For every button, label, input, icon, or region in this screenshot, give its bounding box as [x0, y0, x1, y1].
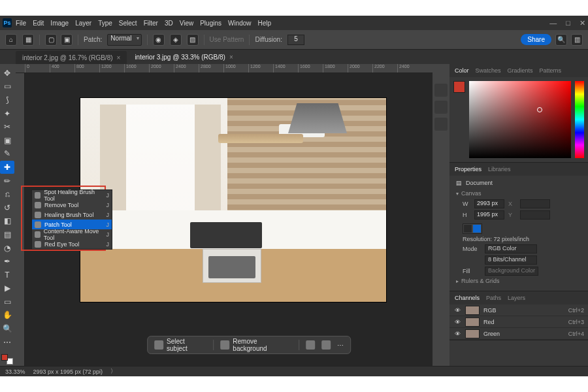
- y-label: Y: [508, 212, 516, 218]
- panel-tab-properties[interactable]: Properties: [455, 166, 482, 172]
- properties-panel: PropertiesLibraries ▤Document Canvas W 2…: [449, 163, 588, 291]
- flyout-item[interactable]: Spot Healing Brush ToolJ: [32, 190, 112, 200]
- canvas-section-header[interactable]: Canvas: [456, 190, 581, 197]
- menu-plugins[interactable]: Plugins: [200, 20, 221, 27]
- history-icon[interactable]: [434, 118, 448, 131]
- document-tab[interactable]: interior 2.jpg @ 16.7% (RGB/8)×: [16, 51, 127, 64]
- menu-select[interactable]: Select: [119, 20, 137, 27]
- transparent-icon[interactable]: ▨: [187, 34, 199, 46]
- menu-view[interactable]: View: [180, 20, 194, 27]
- crop-tool[interactable]: ✂: [0, 120, 14, 133]
- visibility-icon[interactable]: 👁: [453, 331, 461, 337]
- bit-depth-select[interactable]: 8 Bits/Channel: [485, 255, 537, 265]
- home-icon[interactable]: ⌂: [5, 34, 17, 46]
- panel-tab-paths[interactable]: Paths: [486, 295, 501, 301]
- gradient-tool[interactable]: ▤: [0, 228, 14, 241]
- move-tool[interactable]: ✥: [0, 67, 14, 80]
- panel-tab-libraries[interactable]: Libraries: [488, 166, 511, 172]
- width-field[interactable]: 2993 px: [474, 199, 504, 208]
- menu-window[interactable]: Window: [228, 20, 252, 27]
- selection-add-icon[interactable]: ▣: [61, 34, 73, 46]
- y-field[interactable]: [520, 210, 550, 220]
- destination-icon[interactable]: ◈: [170, 34, 182, 46]
- channel-row[interactable]: 👁RGBCtrl+2: [449, 304, 588, 316]
- tool-icon[interactable]: ▦: [22, 34, 34, 46]
- histogram-icon[interactable]: [434, 84, 448, 97]
- adjustments-icon[interactable]: [321, 340, 331, 350]
- source-icon[interactable]: ◉: [153, 34, 165, 46]
- close-tab-icon[interactable]: ×: [229, 54, 233, 61]
- panel-tab-patterns[interactable]: Patterns: [540, 67, 562, 74]
- menu-help[interactable]: Help: [258, 20, 272, 27]
- crop-icon[interactable]: [306, 340, 315, 350]
- foreground-background-color[interactable]: [0, 353, 14, 366]
- flyout-item[interactable]: Remove ToolJ: [32, 200, 112, 210]
- rulers-grids-header[interactable]: Rulers & Grids: [456, 278, 581, 284]
- search-icon[interactable]: 🔍: [555, 34, 567, 46]
- minimize-button[interactable]: —: [549, 19, 557, 27]
- menu-edit[interactable]: Edit: [33, 20, 44, 27]
- frame-tool[interactable]: ▣: [0, 134, 14, 147]
- channel-row[interactable]: 👁GreenCtrl+4: [449, 328, 588, 340]
- hue-slider[interactable]: [575, 81, 584, 158]
- menu-3d[interactable]: 3D: [165, 20, 173, 27]
- tool-icon: [35, 212, 41, 218]
- shape-tool[interactable]: ▭: [0, 295, 14, 308]
- height-field[interactable]: 1995 px: [474, 210, 504, 220]
- document-tab[interactable]: interior 3.jpg @ 33.3% (RGB/8)×: [128, 51, 239, 64]
- pen-tool[interactable]: ✒: [0, 255, 14, 268]
- brush-tool[interactable]: ✏: [0, 174, 14, 188]
- clone-stamp-tool[interactable]: ⎌: [0, 188, 14, 201]
- patch-mode-select[interactable]: Normal: [107, 34, 141, 46]
- eraser-tool[interactable]: ◧: [0, 215, 14, 228]
- type-tool[interactable]: T: [0, 269, 14, 282]
- color-mode-select[interactable]: RGB Color: [485, 244, 537, 253]
- dodge-tool[interactable]: ◔: [0, 242, 14, 255]
- menu-type[interactable]: Type: [98, 20, 112, 27]
- selection-tool[interactable]: ✦: [0, 107, 14, 120]
- fill-select[interactable]: Background Color: [485, 267, 538, 276]
- close-tab-icon[interactable]: ×: [117, 54, 121, 61]
- workspace-icon[interactable]: ▥: [571, 34, 583, 46]
- maximize-button[interactable]: □: [566, 19, 570, 27]
- more-icon[interactable]: ⋯: [337, 342, 344, 349]
- share-button[interactable]: Share: [521, 34, 551, 45]
- visibility-icon[interactable]: 👁: [453, 319, 461, 325]
- path-selection-tool[interactable]: ▶: [0, 282, 14, 295]
- channel-row[interactable]: 👁RedCtrl+3: [449, 316, 588, 328]
- image-icon: [221, 340, 230, 350]
- orientation-anchors[interactable]: [463, 223, 482, 234]
- selection-new-icon[interactable]: ▢: [45, 34, 57, 46]
- panel-tab-color[interactable]: Color: [455, 67, 469, 74]
- close-button[interactable]: ✕: [580, 19, 585, 27]
- flyout-item[interactable]: Red Eye ToolJ: [32, 239, 112, 249]
- panel-tab-swatches[interactable]: Swatches: [476, 67, 501, 74]
- visibility-icon[interactable]: 👁: [453, 307, 461, 314]
- flyout-item[interactable]: Healing Brush ToolJ: [32, 210, 112, 220]
- panel-tab-gradients[interactable]: Gradients: [508, 67, 533, 74]
- marquee-tool[interactable]: ▭: [0, 80, 14, 93]
- history-brush-tool[interactable]: ↺: [0, 201, 14, 214]
- select-subject-button[interactable]: Select subject: [154, 338, 206, 352]
- zoom-level[interactable]: 33.33%: [5, 368, 25, 375]
- patch-tool[interactable]: ✚: [0, 161, 14, 174]
- color-field[interactable]: [469, 81, 571, 158]
- menu-image[interactable]: Image: [50, 20, 69, 27]
- remove-background-button[interactable]: Remove background: [221, 338, 293, 352]
- brushes-icon[interactable]: [434, 101, 448, 114]
- eyedropper-tool[interactable]: ✎: [0, 148, 14, 161]
- lasso-tool[interactable]: ⟆: [0, 93, 14, 106]
- flyout-item[interactable]: Content-Aware Move ToolJ: [32, 229, 112, 239]
- menu-layer[interactable]: Layer: [75, 20, 91, 27]
- menu-file[interactable]: File: [16, 20, 26, 27]
- hand-tool[interactable]: ✋: [0, 309, 14, 322]
- x-field[interactable]: [520, 199, 550, 208]
- chevron-right-icon[interactable]: 〉: [110, 367, 116, 376]
- menu-filter[interactable]: Filter: [144, 20, 158, 27]
- panel-tab-layers[interactable]: Layers: [508, 295, 525, 301]
- foreground-swatch[interactable]: [453, 81, 465, 93]
- more-tools[interactable]: ⋯: [0, 336, 14, 349]
- panel-tab-channels[interactable]: Channels: [455, 295, 480, 301]
- zoom-tool[interactable]: 🔍: [0, 322, 14, 335]
- diffusion-value[interactable]: 5: [287, 35, 304, 45]
